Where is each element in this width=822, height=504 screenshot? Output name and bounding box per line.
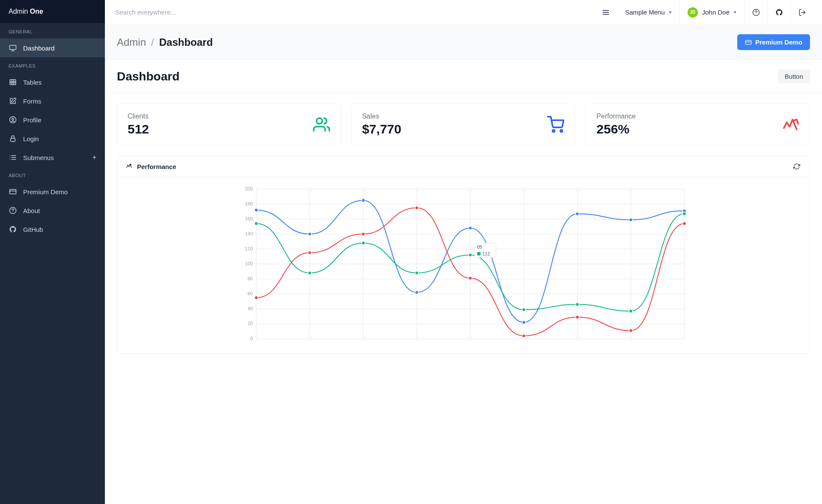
card-label: Performance bbox=[596, 113, 636, 120]
sidebar-item-submenus[interactable]: Submenus+ bbox=[0, 148, 105, 167]
content: Clients512Sales$7,770Performance256% Per… bbox=[105, 93, 822, 364]
sample-menu-button[interactable]: Sample Menu ▾ bbox=[617, 0, 679, 25]
svg-text:140: 140 bbox=[245, 231, 253, 236]
card-value: 256% bbox=[596, 122, 636, 136]
help-button[interactable] bbox=[744, 0, 767, 25]
sidebar-item-label: Login bbox=[23, 135, 39, 142]
svg-point-60 bbox=[255, 222, 258, 225]
logout-button[interactable] bbox=[790, 0, 813, 25]
section-header: Dashboard Button bbox=[105, 60, 822, 93]
brand: Admin One bbox=[0, 0, 105, 23]
breadcrumb-current: Dashboard bbox=[159, 36, 213, 48]
svg-point-9 bbox=[553, 130, 555, 132]
sample-menu-label: Sample Menu bbox=[625, 9, 665, 16]
sidebar-item-label: Premium Demo bbox=[23, 188, 68, 196]
chevron-down-icon: ▾ bbox=[734, 9, 736, 15]
plus-icon: + bbox=[92, 154, 96, 161]
sidebar-item-premium-demo[interactable]: Premium Demo bbox=[0, 182, 105, 201]
svg-point-46 bbox=[469, 226, 472, 230]
svg-point-64 bbox=[469, 253, 472, 257]
svg-text:120: 120 bbox=[245, 246, 253, 251]
help-circle-icon bbox=[9, 206, 17, 215]
sidebar-item-label: About bbox=[23, 207, 40, 214]
sidebar-item-login[interactable]: Login bbox=[0, 129, 105, 148]
svg-text:60: 60 bbox=[247, 291, 253, 296]
svg-point-57 bbox=[576, 315, 579, 319]
svg-rect-0 bbox=[10, 45, 16, 50]
topbar: Sample Menu ▾ JD John Doe ▾ bbox=[105, 0, 822, 25]
header-action-button[interactable]: Button bbox=[778, 69, 810, 83]
svg-point-10 bbox=[560, 130, 563, 132]
svg-point-53 bbox=[362, 232, 365, 236]
svg-point-65 bbox=[522, 308, 526, 311]
page-title: Dashboard bbox=[117, 70, 179, 83]
breadcrumb: Admin / Dashboard bbox=[117, 36, 213, 48]
sidebar-section-label: ABOUT bbox=[0, 167, 105, 182]
svg-point-59 bbox=[683, 222, 686, 225]
github-icon bbox=[775, 9, 783, 16]
github-button[interactable] bbox=[767, 0, 790, 25]
search-input[interactable] bbox=[113, 6, 594, 18]
svg-rect-71 bbox=[477, 252, 481, 255]
stat-card-clients: Clients512 bbox=[117, 104, 341, 145]
sidebar-item-profile[interactable]: Profile bbox=[0, 110, 105, 129]
user-menu-button[interactable]: JD John Doe ▾ bbox=[679, 0, 744, 25]
reload-button[interactable] bbox=[792, 162, 801, 171]
svg-text:05: 05 bbox=[477, 244, 482, 249]
svg-text:160: 160 bbox=[245, 216, 253, 221]
svg-point-44 bbox=[362, 199, 365, 202]
premium-demo-button[interactable]: Premium Demo bbox=[737, 34, 810, 50]
card-label: Clients bbox=[128, 113, 149, 120]
svg-point-48 bbox=[576, 212, 579, 216]
menu-icon bbox=[602, 9, 610, 16]
svg-point-63 bbox=[415, 271, 419, 275]
titlebar: Admin / Dashboard Premium Demo bbox=[105, 25, 822, 60]
svg-point-67 bbox=[629, 309, 633, 313]
chart-up-icon bbox=[781, 116, 799, 133]
svg-text:40: 40 bbox=[247, 306, 253, 311]
sidebar-item-about[interactable]: About bbox=[0, 201, 105, 220]
table-icon bbox=[9, 78, 17, 86]
list-icon bbox=[9, 153, 17, 162]
svg-point-58 bbox=[629, 329, 633, 332]
chart-body: 02040608010012014016018020005112 bbox=[117, 177, 810, 353]
performance-chart[interactable]: 02040608010012014016018020005112 bbox=[126, 185, 801, 347]
menu-toggle-button[interactable] bbox=[594, 0, 617, 25]
breadcrumb-root[interactable]: Admin bbox=[117, 36, 146, 48]
brand-bold: One bbox=[30, 8, 43, 15]
brand-prefix: Admin bbox=[9, 8, 30, 15]
sidebar-item-label: Submenus bbox=[23, 154, 54, 161]
sidebar-item-label: GitHub bbox=[23, 226, 43, 233]
svg-text:20: 20 bbox=[247, 321, 253, 326]
svg-point-49 bbox=[629, 218, 633, 222]
sidebar: Admin One GENERALDashboardEXAMPLESTables… bbox=[0, 0, 105, 504]
monitor-icon bbox=[9, 44, 17, 52]
chart-card: Performance 0204060801001201401601802000… bbox=[117, 156, 810, 354]
sidebar-section-label: GENERAL bbox=[0, 23, 105, 39]
logout-icon bbox=[798, 9, 806, 16]
svg-rect-4 bbox=[11, 138, 15, 142]
svg-point-51 bbox=[255, 296, 258, 299]
chart-icon bbox=[126, 163, 134, 170]
stat-card-performance: Performance256% bbox=[586, 104, 810, 145]
sidebar-item-forms[interactable]: Forms bbox=[0, 92, 105, 110]
chevron-down-icon: ▾ bbox=[669, 9, 672, 15]
svg-text:180: 180 bbox=[245, 201, 253, 206]
svg-point-42 bbox=[255, 208, 258, 212]
sidebar-item-label: Dashboard bbox=[23, 44, 54, 52]
chart-title: Performance bbox=[137, 163, 176, 170]
svg-text:0: 0 bbox=[250, 336, 253, 341]
svg-point-45 bbox=[415, 291, 419, 294]
svg-point-43 bbox=[308, 232, 312, 236]
credit-card-icon bbox=[9, 187, 17, 196]
chart-header: Performance bbox=[117, 156, 810, 177]
svg-point-68 bbox=[683, 212, 686, 216]
sidebar-item-dashboard[interactable]: Dashboard bbox=[0, 39, 105, 57]
svg-text:200: 200 bbox=[245, 186, 253, 191]
svg-point-54 bbox=[415, 206, 419, 210]
sidebar-item-label: Forms bbox=[23, 98, 42, 105]
svg-rect-8 bbox=[745, 40, 751, 44]
sidebar-item-tables[interactable]: Tables bbox=[0, 73, 105, 92]
sidebar-item-github[interactable]: GitHub bbox=[0, 220, 105, 239]
credit-card-icon bbox=[745, 39, 752, 46]
